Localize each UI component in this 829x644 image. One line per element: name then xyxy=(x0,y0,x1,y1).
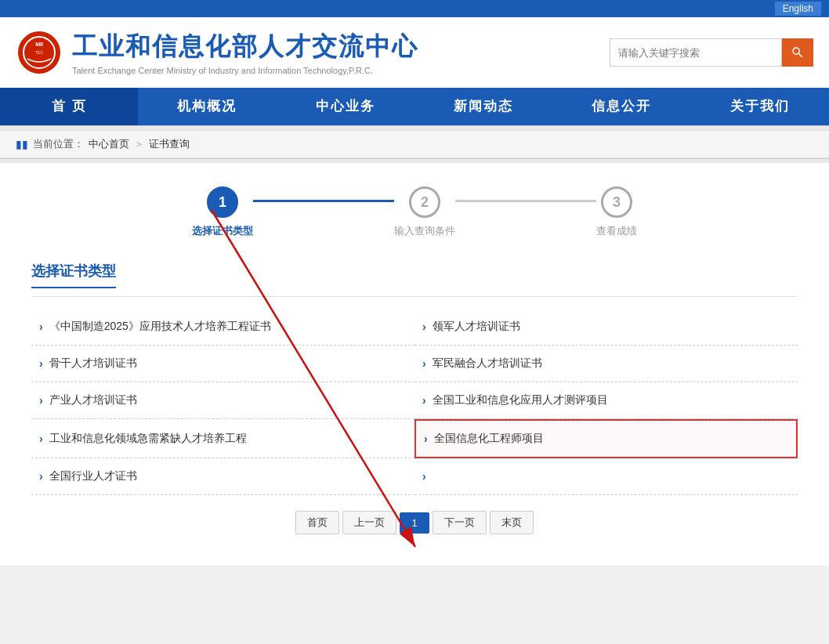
cert-label-1: 《中国制造2025》应用技术人才培养工程证书 xyxy=(49,320,271,334)
cert-arrow-6: › xyxy=(422,394,426,407)
nav-item-about[interactable]: 机构概况 xyxy=(138,88,276,125)
step-3-label: 查看成绩 xyxy=(596,224,637,238)
breadcrumb-home[interactable]: 中心首页 xyxy=(89,137,129,151)
step-2-circle: 2 xyxy=(409,186,440,218)
cert-arrow-8: › xyxy=(424,432,428,445)
top-bar: English xyxy=(0,0,829,17)
cert-arrow-9: › xyxy=(39,470,43,483)
site-title-zh: 工业和信息化部人才交流中心 xyxy=(72,30,418,64)
nav-item-home[interactable]: 首 页 xyxy=(0,88,138,125)
step-1: 1 选择证书类型 xyxy=(192,186,253,238)
cert-item-2[interactable]: › 领军人才培训证书 xyxy=(414,309,798,346)
lang-button[interactable]: English xyxy=(775,2,821,16)
pagination: 首页 上一页 1 下一页 末页 xyxy=(31,495,798,542)
cert-grid: › 《中国制造2025》应用技术人才培养工程证书 › 领军人才培训证书 › 骨干… xyxy=(31,309,798,495)
search-input[interactable] xyxy=(610,38,782,67)
page-last-button[interactable]: 末页 xyxy=(490,511,534,534)
svg-text:MII: MII xyxy=(35,42,43,47)
section-title: 选择证书类型 xyxy=(31,262,116,288)
cert-arrow-4: › xyxy=(422,357,426,370)
search-icon xyxy=(791,45,805,60)
cert-item-9[interactable]: › 全国行业人才证书 xyxy=(31,458,414,495)
cert-item-8[interactable]: › 全国信息化工程师项目 xyxy=(414,419,798,458)
section-title-bar: 选择证书类型 xyxy=(31,262,798,297)
cert-label-2: 领军人才培训证书 xyxy=(433,320,520,334)
cert-arrow-3: › xyxy=(39,357,43,370)
cert-item-4[interactable]: › 军民融合人才培训证书 xyxy=(414,346,798,382)
logo-icon: MII TEC xyxy=(16,29,63,76)
steps-row: 1 选择证书类型 2 输入查询条件 3 查看成绩 xyxy=(31,186,798,238)
cert-label-6: 全国工业和信息化应用人才测评项目 xyxy=(433,393,608,407)
search-area xyxy=(610,38,813,67)
step-3-circle: 3 xyxy=(601,186,632,218)
step-1-label: 选择证书类型 xyxy=(192,224,253,238)
cert-label-4: 军民融合人才培训证书 xyxy=(433,356,542,371)
cert-arrow-7: › xyxy=(39,432,43,445)
cert-label-3: 骨干人才培训证书 xyxy=(49,356,137,371)
step-3: 3 查看成绩 xyxy=(596,186,637,238)
cert-arrow-5: › xyxy=(39,394,43,407)
breadcrumb-icon: ▮▮ xyxy=(16,138,28,150)
logo-area: MII TEC 工业和信息化部人才交流中心 Talent Exchange Ce… xyxy=(16,29,418,76)
cert-arrow-1: › xyxy=(39,320,43,333)
breadcrumb-prefix: 当前位置： xyxy=(33,137,84,151)
cert-item-6[interactable]: › 全国工业和信息化应用人才测评项目 xyxy=(414,382,798,419)
nav-item-business[interactable]: 中心业务 xyxy=(277,88,414,125)
step-connector-1 xyxy=(253,200,394,202)
breadcrumb: ▮▮ 当前位置： 中心首页 ＞ 证书查询 xyxy=(0,130,829,158)
step-2-label: 输入查询条件 xyxy=(394,224,455,238)
cert-arrow-2: › xyxy=(422,320,426,333)
cert-item-10[interactable]: › xyxy=(414,458,798,495)
site-title-en: Talent Exchange Center Ministry of Indus… xyxy=(72,66,418,75)
page-1-button[interactable]: 1 xyxy=(400,512,429,534)
main-content: 1 选择证书类型 2 输入查询条件 3 查看成绩 选择证书类型 › 《中国制造2… xyxy=(0,163,829,566)
nav-item-contact[interactable]: 关于我们 xyxy=(691,88,829,125)
cert-item-5[interactable]: › 产业人才培训证书 xyxy=(31,382,414,419)
cert-label-5: 产业人才培训证书 xyxy=(49,393,137,407)
page-first-button[interactable]: 首页 xyxy=(295,511,339,534)
main-nav: 首 页 机构概况 中心业务 新闻动态 信息公开 关于我们 xyxy=(0,88,829,125)
header: MII TEC 工业和信息化部人才交流中心 Talent Exchange Ce… xyxy=(0,17,829,88)
cert-item-3[interactable]: › 骨干人才培训证书 xyxy=(31,346,414,382)
cert-item-1[interactable]: › 《中国制造2025》应用技术人才培养工程证书 xyxy=(31,309,414,346)
breadcrumb-sep: ＞ xyxy=(134,137,144,151)
step-connector-2 xyxy=(455,200,596,202)
nav-item-news[interactable]: 新闻动态 xyxy=(414,88,552,125)
cert-item-7[interactable]: › 工业和信息化领域急需紧缺人才培养工程 xyxy=(31,419,414,458)
logo-text: 工业和信息化部人才交流中心 Talent Exchange Center Min… xyxy=(72,30,418,75)
nav-item-info[interactable]: 信息公开 xyxy=(552,88,690,125)
page-prev-button[interactable]: 上一页 xyxy=(342,511,396,534)
breadcrumb-current: 证书查询 xyxy=(149,137,190,151)
step-2: 2 输入查询条件 xyxy=(394,186,455,238)
cert-arrow-10: › xyxy=(422,470,426,483)
cert-label-9: 全国行业人才证书 xyxy=(49,469,137,483)
svg-text:TEC: TEC xyxy=(35,50,43,55)
cert-label-7: 工业和信息化领域急需紧缺人才培养工程 xyxy=(49,432,247,446)
step-1-circle: 1 xyxy=(207,186,238,218)
cert-label-8: 全国信息化工程师项目 xyxy=(434,432,544,446)
search-button[interactable] xyxy=(782,38,813,67)
page-next-button[interactable]: 下一页 xyxy=(433,511,487,534)
